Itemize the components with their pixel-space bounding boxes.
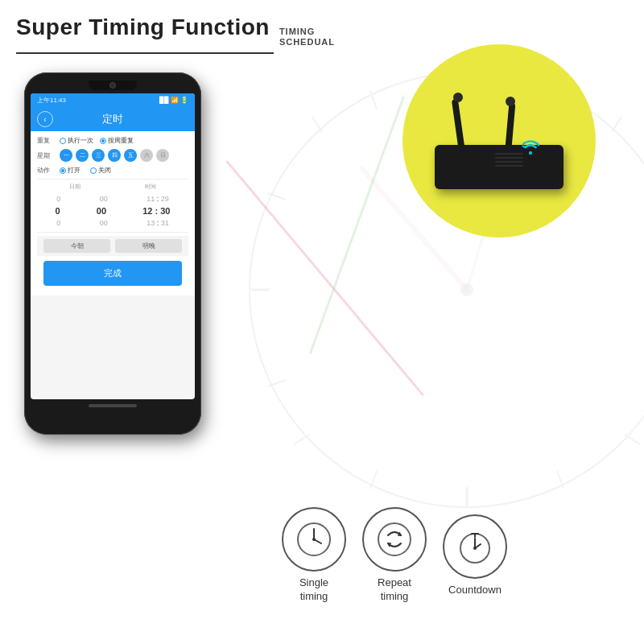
antenna-left (452, 99, 464, 148)
day-sun[interactable]: 日 (156, 149, 169, 162)
repeat-timing-circle (362, 507, 427, 572)
router-vents (495, 153, 523, 167)
day-mon[interactable]: 一 (60, 149, 72, 162)
countdown-icon (456, 528, 493, 565)
repeat-once-option[interactable]: 执行一次 (60, 136, 93, 145)
svg-point-29 (473, 547, 477, 550)
status-icons: ▉▉ 📶 🔋 (159, 97, 188, 104)
subtitle-line1: TIMING (279, 27, 335, 37)
single-timing-icon (295, 521, 332, 558)
wifi-icon (522, 140, 539, 159)
action-row: 动作 打开 关闭 (37, 166, 188, 175)
save-btn[interactable]: 明晚 (115, 239, 182, 253)
feature-single-timing: Singletiming (282, 507, 346, 604)
svg-line-16 (557, 471, 564, 489)
svg-line-13 (370, 91, 377, 109)
time-row-3: 0 00 13 : 31 (37, 217, 188, 229)
svg-line-6 (612, 117, 621, 132)
repeat-timing-label: Repeattiming (378, 576, 411, 604)
time-row-2: 0 00 12 : 30 (37, 204, 188, 217)
day-thu[interactable]: 四 (108, 149, 121, 162)
repeat-once-radio[interactable] (60, 138, 66, 144)
day-wed[interactable]: 三 (92, 149, 105, 162)
app-title: 定时 (102, 112, 123, 126)
svg-point-24 (312, 538, 316, 541)
cancel-btn[interactable]: 今朝 (43, 239, 110, 253)
feature-repeat-timing: Repeattiming (362, 507, 427, 604)
main-title: Super Timing Function (16, 14, 270, 40)
action-on-radio[interactable] (60, 167, 66, 174)
svg-line-10 (268, 380, 286, 386)
time-list: 0 00 11 : 29 0 00 12 : 30 0 00 13 : 31 (37, 193, 188, 229)
header-divider (16, 52, 274, 54)
done-button[interactable]: 完成 (43, 261, 182, 286)
phone-content: 重复 执行一次 按周重复 星期 一 二 三 四 (31, 131, 195, 295)
app-header: ‹ 定时 (31, 107, 195, 131)
antenna-tip-left (453, 93, 463, 102)
phone-mockup: 上午11:43 ▉▉ 📶 🔋 ‹ 定时 重复 执行一次 (24, 72, 201, 435)
antenna-right (506, 103, 516, 147)
repeat-timing-icon (376, 521, 413, 558)
action-on-option[interactable]: 打开 (60, 166, 80, 175)
countdown-circle (443, 514, 507, 579)
col-time: 时间 (145, 183, 156, 191)
single-timing-label: Singletiming (299, 576, 328, 604)
subtitle-line2: SCHEDUAL (279, 37, 335, 47)
phone-screen: 上午11:43 ▉▉ 📶 🔋 ‹ 定时 重复 执行一次 (31, 93, 195, 399)
svg-point-20 (529, 151, 532, 155)
home-bar (89, 404, 137, 407)
features-section: Singletiming Repeattiming Count (282, 507, 507, 604)
svg-line-9 (268, 193, 286, 200)
status-bar: 上午11:43 ▉▉ 📶 🔋 (31, 93, 195, 107)
single-timing-circle (282, 507, 346, 572)
svg-line-5 (312, 117, 322, 132)
repeat-weekly-option[interactable]: 按周重复 (100, 136, 134, 145)
divider-2 (37, 232, 188, 233)
time-row-1: 0 00 11 : 29 (37, 193, 188, 204)
back-button[interactable]: ‹ (37, 111, 53, 127)
table-header: 日期 时间 (37, 183, 188, 191)
svg-line-7 (294, 435, 309, 444)
countdown-label: Countdown (448, 584, 502, 597)
router-device (419, 76, 580, 205)
page-header: Super Timing Function TIMING SCHEDUAL (16, 14, 335, 47)
svg-line-8 (625, 435, 640, 444)
svg-point-25 (378, 523, 411, 555)
day-sat[interactable]: 六 (140, 149, 153, 162)
clock-hand-decoration-1 (225, 160, 424, 396)
antenna-tip-right (506, 97, 515, 106)
bottom-buttons: 今朝 明晚 (37, 236, 188, 256)
repeat-label: 重复 (37, 136, 56, 145)
action-off-option[interactable]: 关闭 (90, 166, 111, 175)
phone-camera (109, 82, 116, 89)
action-off-radio[interactable] (90, 167, 97, 174)
weekday-row: 星期 一 二 三 四 五 六 日 (37, 149, 188, 162)
router-body (435, 145, 564, 189)
svg-point-19 (460, 283, 473, 296)
status-time: 上午11:43 (37, 96, 66, 105)
clock-hand-decoration-2 (309, 96, 405, 354)
repeat-weekly-radio[interactable] (100, 138, 106, 144)
action-label: 动作 (37, 166, 56, 175)
weekday-label: 星期 (37, 151, 56, 160)
day-fri[interactable]: 五 (124, 149, 137, 162)
device-circle (402, 44, 596, 237)
repeat-row: 重复 执行一次 按周重复 (37, 136, 188, 145)
feature-countdown: Countdown (443, 514, 507, 597)
day-tue[interactable]: 二 (76, 149, 89, 162)
divider-1 (37, 179, 188, 180)
svg-line-15 (370, 471, 377, 489)
col-date: 日期 (69, 183, 80, 191)
